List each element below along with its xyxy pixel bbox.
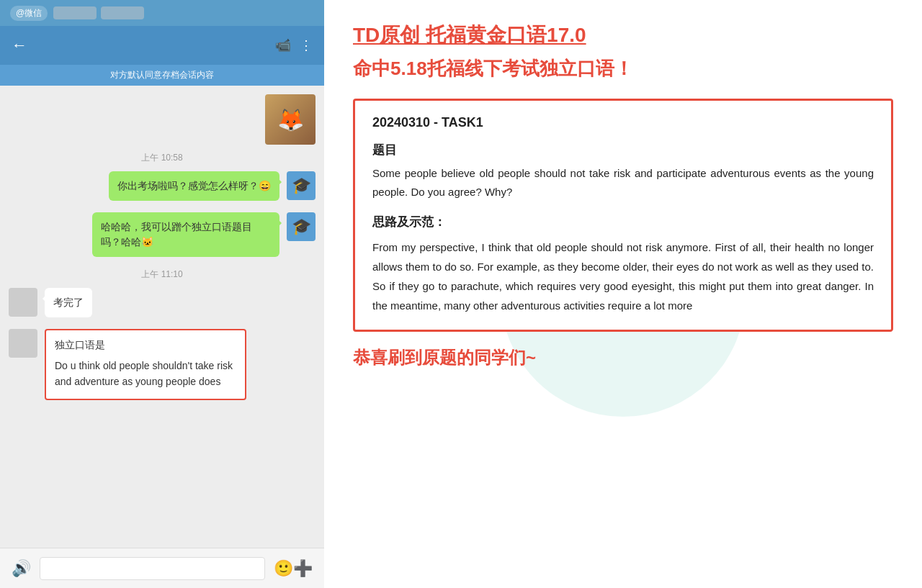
blurred-name-1 bbox=[53, 6, 97, 19]
message-row-received-1: 考完了 bbox=[9, 288, 315, 317]
outlined-box-text: Do u think old people shouldn't take ris… bbox=[55, 358, 236, 390]
message-bubble-sent-2: 哈哈哈，我可以蹭个独立口语题目吗？哈哈🐱 bbox=[92, 212, 279, 257]
question-section-title: 题目 bbox=[372, 142, 874, 158]
emoji-icon[interactable]: 🙂 bbox=[274, 559, 293, 578]
wechat-panel: @微信 ← 📹 ⋮ 对方默认同意存档会话内容 🦊 上午 10:58 🎓 bbox=[0, 0, 324, 588]
congrats-text: 恭喜刷到原题的同学们~ bbox=[353, 346, 893, 369]
answer-section-title: 思路及示范： bbox=[372, 214, 874, 230]
message-row-sent-1: 🎓 你出考场啦吗？感觉怎么样呀？😄 bbox=[9, 171, 315, 201]
main-title: TD原创 托福黄金口语17.0 bbox=[353, 22, 893, 49]
message-row-outlined: 独立口语是 Do u think old people shouldn't ta… bbox=[9, 329, 315, 400]
blurred-name-2 bbox=[101, 6, 144, 19]
task-question-text: Some people believe old people should no… bbox=[372, 164, 874, 201]
wechat-top-bar: @微信 bbox=[0, 0, 324, 26]
message-bubble-sent-1: 你出考场啦吗？感觉怎么样呀？😄 bbox=[109, 171, 279, 201]
add-icon[interactable]: ➕ bbox=[293, 559, 313, 578]
outlined-message-box: 独立口语是 Do u think old people shouldn't ta… bbox=[45, 329, 246, 400]
task-card: 20240310 - TASK1 题目 Some people believe … bbox=[353, 99, 893, 332]
voice-icon[interactable]: 🔊 bbox=[12, 559, 31, 578]
right-content: TD原创 托福黄金口语17.0 命中5.18托福线下考试独立口语！ 202403… bbox=[353, 22, 893, 369]
back-button[interactable]: ← bbox=[12, 36, 27, 55]
video-call-icon[interactable]: 📹 bbox=[275, 37, 291, 53]
receiver-avatar-1 bbox=[9, 288, 37, 317]
task-answer-text: From my perspective, I think that old pe… bbox=[372, 238, 874, 315]
message-text-sent-2: 哈哈哈，我可以蹭个独立口语题目吗？哈哈🐱 bbox=[101, 221, 252, 248]
wechat-messages: 🦊 上午 10:58 🎓 你出考场啦吗？感觉怎么样呀？😄 🎓 哈哈哈，我可以蹭个… bbox=[0, 86, 324, 548]
at-wechat-label: @微信 bbox=[10, 6, 48, 21]
receiver-avatar-2 bbox=[9, 329, 37, 358]
wechat-footer: 🔊 🙂 ➕ bbox=[0, 548, 324, 588]
header-icons: 📹 ⋮ bbox=[275, 37, 313, 53]
wechat-header: ← 📹 ⋮ bbox=[0, 26, 324, 65]
outlined-box-title: 独立口语是 bbox=[55, 339, 236, 352]
sender-avatar-2: 🎓 bbox=[287, 212, 315, 241]
time-label-1: 上午 10:58 bbox=[9, 152, 315, 164]
message-text-sent-1: 你出考场啦吗？感觉怎么样呀？😄 bbox=[117, 180, 271, 191]
message-row-sent-2: 🎓 哈哈哈，我可以蹭个独立口语题目吗？哈哈🐱 bbox=[9, 212, 315, 257]
wechat-subheader: 对方默认同意存档会话内容 bbox=[0, 65, 324, 86]
subheader-text: 对方默认同意存档会话内容 bbox=[110, 70, 214, 80]
task-id: 20240310 - TASK1 bbox=[372, 115, 874, 130]
message-input[interactable] bbox=[40, 557, 265, 580]
time-label-2: 上午 11:10 bbox=[9, 268, 315, 281]
more-options-icon[interactable]: ⋮ bbox=[300, 37, 313, 53]
right-panel: TD原创 托福黄金口语17.0 命中5.18托福线下考试独立口语！ 202403… bbox=[324, 0, 922, 588]
sender-avatar-1: 🎓 bbox=[287, 171, 315, 200]
sub-title: 命中5.18托福线下考试独立口语！ bbox=[353, 56, 893, 81]
message-text-received-1: 考完了 bbox=[53, 297, 84, 308]
message-bubble-received-1: 考完了 bbox=[45, 288, 92, 317]
